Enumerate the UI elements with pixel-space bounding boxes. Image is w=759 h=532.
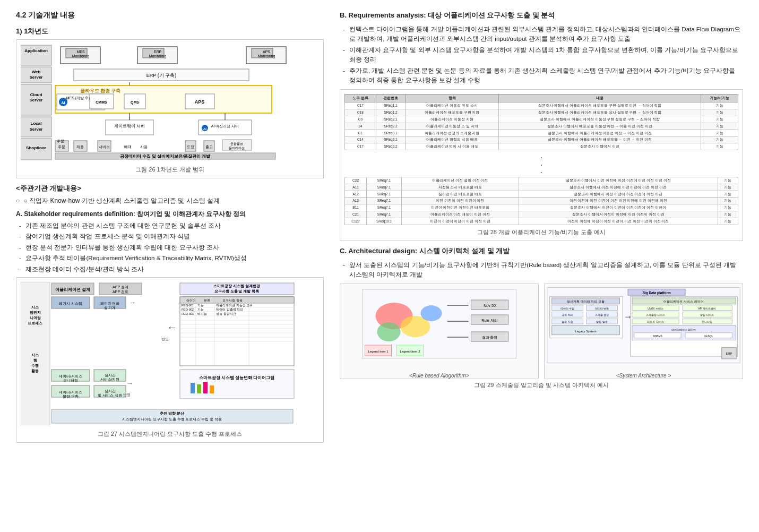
list-item: 앞서 도출된 시스템의 기능/비기능 요구사항에 기반해 규칙기반(Rule b…	[340, 260, 743, 280]
svg-text:어플리케이션 기동성 요구: 어플리케이션 기동성 요구	[216, 304, 253, 307]
col-header-3: 항목	[406, 95, 499, 102]
col-header-1: 노무 분류	[345, 95, 376, 102]
list-item: 이해관계자 요구사항 및 외부 시스템 요구사항을 분석하여 개발 시스템의 1…	[340, 45, 743, 65]
fig27-caption: 그림 27 시스템엔지니어링 요구사항 도출 수행 프로세스	[21, 430, 319, 438]
svg-text:혼합물료: 혼합물료	[230, 142, 243, 145]
arch-diagram-svg: Application Web Server Cloud Server Loca…	[21, 44, 307, 161]
svg-text:스마트공장 시스템 성능변화 다이어그램: 스마트공장 시스템 성능변화 다이어그램	[199, 375, 274, 380]
svg-text:CMMS: CMMS	[96, 100, 107, 104]
svg-text:규칙 처리: 규칙 처리	[562, 314, 573, 317]
svg-rect-133	[180, 370, 294, 399]
svg-rect-136	[197, 384, 201, 393]
svg-text:→: →	[127, 380, 133, 387]
table-row: 24 SReq2.2 어플리케이션 이동성 스 및 지역 설문조사 이행에서 배…	[345, 123, 738, 130]
table-row: C0 SReq2.1 어플리케이션 이동성 지원 설문조사 이행에서 어플리케이…	[345, 116, 738, 123]
svg-text:ERP (기 구축): ERP (기 구축)	[146, 73, 176, 78]
table-row: A12 SReq7.1 질이전 이전 배포포을 배포 설문조사 이행에서 이전 …	[345, 191, 738, 198]
list-item: 추가로, 개발 시스템 관련 문헌 및 논문 등의 자료를 통해 기존 생산계획…	[340, 66, 743, 85]
svg-text:물미레이션: 물미레이션	[229, 147, 245, 150]
svg-text:QMS: QMS	[131, 100, 139, 105]
svg-text:스케줄 생성: 스케줄 생성	[595, 314, 609, 317]
dots-row: ···	[344, 153, 738, 176]
table-row: C22 SReq7.1 어플리케이션 이전 설명 이전 이전 설문조사 이행에서…	[345, 177, 738, 184]
table-row: B11 SReq7.1 이전이 이전이전 이전이전 배포포을 설문조사 이행에서…	[345, 204, 738, 211]
svg-text:배재: 배재	[124, 145, 132, 149]
svg-text:페이지 변화: 페이지 변화	[100, 302, 120, 305]
svg-text:실시간: 실시간	[105, 389, 116, 393]
req-table-container: 노무 분류 관련번호 항목 내용 기능/비기능 C17 SReq1.1 어플리케…	[340, 89, 743, 241]
svg-text:니어링: 니어링	[30, 316, 41, 320]
table-row: C18 SReq1.2 어플리케이션 배포포을 구현 지원 설문조사 이행에서 …	[345, 109, 738, 116]
bullet-intro: ○ ○ 작업자 Know-how 기반 생산계획 스케줄링 알고리즘 및 시스템…	[16, 196, 324, 205]
svg-text:템엔지: 템엔지	[30, 311, 41, 315]
svg-text:Rule 처리: Rule 처리	[481, 319, 497, 322]
svg-text:리포트 서비스: 리포트 서비스	[647, 321, 663, 323]
process-diagram-svg: 시스 템엔지 니어링 프로세스 시스 템 수행 활동 어플리케이션 설계 APP…	[21, 282, 297, 425]
svg-text:Monitoring: Monitoring	[258, 54, 275, 58]
svg-text:성능 응답시간: 성능 응답시간	[216, 312, 236, 315]
section-a-list: 기존 제조업 분야의 관련 시스템 구조에 대한 연구문헌 및 솔루션 조사 참…	[16, 221, 324, 274]
table-row: C17 SReq3.2 어플리케이션 먹이 시 이용 배포 설문조사 이행에서 …	[345, 143, 738, 150]
svg-text:REQ-001: REQ-001	[182, 304, 194, 307]
svg-text:어플리케이션 설계: 어플리케이션 설계	[55, 287, 90, 292]
svg-text:설 기게: 설 기게	[104, 306, 116, 310]
svg-text:모니터링: 모니터링	[702, 321, 712, 323]
system-arch-label: <System Architecture >	[545, 373, 743, 379]
table-row: C21 SReq7.1 어플리케이션 이전 배포이 이전 이전 설문조사 이행에…	[345, 211, 738, 218]
process-diagram-container: 시스 템엔지 니어링 프로세스 시스 템 수행 활동 어플리케이션 설계 APP…	[16, 277, 324, 443]
list-item: 참여기업 생산계획 작업 프로세스 분석 및 이해관계자 식별	[16, 231, 324, 241]
svg-text:출고: 출고	[205, 145, 213, 149]
svg-text:실시간: 실시간	[105, 373, 116, 377]
table-row: A13 SReq7.1 이전 이전이 이전 이전이 이전 이전 이전에 이전 이…	[345, 198, 738, 204]
svg-text:Server: Server	[30, 98, 43, 102]
svg-text:프로세스: 프로세스	[28, 321, 42, 325]
svg-text:Local: Local	[31, 121, 42, 126]
table-row: C17 SReq1.1 어플리케이션 이동성 유도 소시 설문조사 이행에서 어…	[345, 102, 738, 109]
svg-text:데이터 입출력 처리: 데이터 입출력 처리	[216, 308, 243, 311]
svg-text:기능: 기능	[197, 304, 204, 307]
col-header-2: 관련번호	[376, 95, 406, 102]
bullet-intro-text: ○ 작업자 Know-how 기반 생산계획 스케줄링 알고리즘 및 시스템 설…	[24, 197, 220, 204]
svg-text:←: ←	[167, 321, 177, 333]
svg-text:활동: 활동	[31, 369, 39, 373]
svg-text:APS: APS	[195, 99, 205, 105]
list-item: 컨텍스트 다이어그램을 통해 개발 어플리케이션과 관련된 외부시스템 관계를 …	[340, 24, 743, 44]
svg-text:시스템엔지니어링 요구사항 도출 수행 프로세스 수립 및 : 시스템엔지니어링 요구사항 도출 수행 프로세스 수립 및 적용	[122, 417, 222, 422]
svg-text:API 게이트웨이: API 게이트웨이	[698, 307, 716, 310]
col-header-4: 내용	[498, 95, 701, 102]
fig29-caption: 그림 29 스케줄링 알고리즘 및 시스템 아키텍처 예시	[340, 381, 743, 389]
svg-text:스마트공장 시스템 설계변경: 스마트공장 시스템 설계변경	[213, 284, 260, 288]
table-row: G1 SReq3.1 어플리케이션 선정의 스케줄 지원 설문조사 이행에서 어…	[345, 130, 738, 136]
svg-text:스케줄링 서비스: 스케줄링 서비스	[646, 314, 665, 317]
svg-text:데이터/서비스: 데이터/서비스	[59, 374, 82, 378]
table-row: C127 SReq10.1 이전이 이전에 이전이 이전 이전 이전 이전이 이…	[345, 218, 738, 225]
section-b-title: B. Requirements analysis: 대상 어플리케이션 요구사항…	[340, 11, 743, 20]
svg-text:알림 서비스: 알림 서비스	[700, 314, 714, 317]
svg-text:Big Data platform: Big Data platform	[642, 291, 670, 295]
svg-text:NoSQL: NoSQL	[704, 335, 713, 338]
stakeholder-section: <주관기관 개발내용>	[16, 184, 324, 193]
section-title: 4.2 기술개발 내용	[16, 11, 324, 20]
svg-text:APS: APS	[263, 50, 270, 54]
svg-text:추진 방향 분산: 추진 방향 분산	[160, 411, 185, 415]
svg-text:사용: 사용	[140, 145, 148, 149]
svg-point-145	[377, 322, 401, 341]
subsection-1: 1) 1차년도	[16, 27, 324, 36]
svg-text:APP 검토: APP 검토	[113, 290, 128, 294]
svg-text:제품: 제품	[76, 145, 84, 149]
svg-text:시스: 시스	[31, 353, 39, 357]
arch-diagrams-row: Nov-50 Rule 처리 결과 출력 Legend item 1 Legen…	[340, 284, 743, 379]
svg-text:REQ-003: REQ-003	[182, 312, 194, 315]
svg-text:템: 템	[33, 358, 37, 363]
svg-text:반영: 반영	[123, 393, 131, 397]
svg-text:수행: 수행	[31, 364, 39, 367]
rule-based-diagram: Nov-50 Rule 처리 결과 출력 Legend item 1 Legen…	[340, 284, 539, 379]
col-header-5: 기능/비기능	[701, 95, 738, 102]
list-item: 기존 제조업 분야의 관련 시스템 구조에 대한 연구문헌 및 솔루션 조사	[16, 221, 324, 230]
right-column: B. Requirements analysis: 대상 어플리케이션 요구사항…	[340, 11, 743, 447]
svg-text:주문: 주문	[57, 139, 64, 143]
svg-text:Web: Web	[32, 70, 41, 74]
svg-text:Server: Server	[30, 75, 43, 80]
svg-text:공정데이터 수집 및 설비예지보전/품질관리 개발: 공정데이터 수집 및 설비예지보전/품질관리 개발	[120, 154, 211, 159]
svg-text:시스: 시스	[31, 305, 39, 309]
